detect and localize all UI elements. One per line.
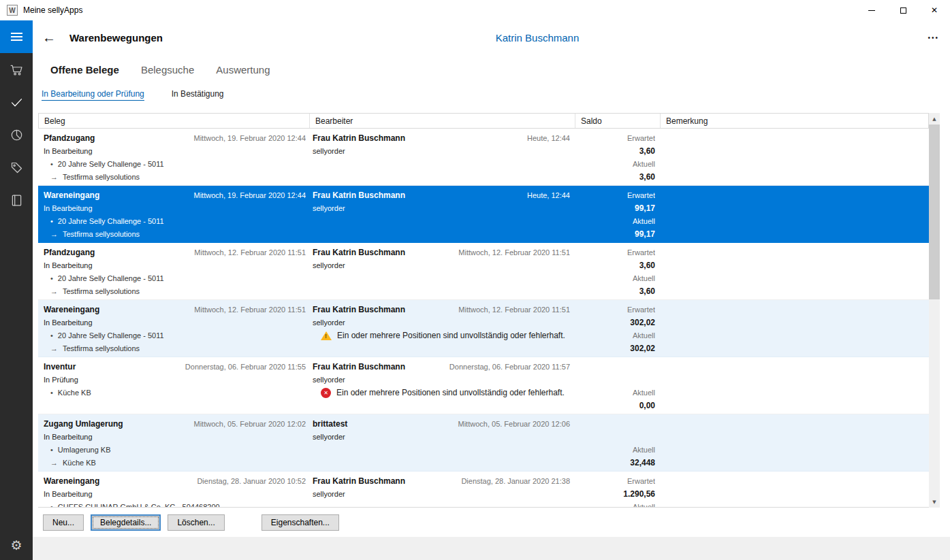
- editor-date: Heute, 12:44: [527, 189, 570, 202]
- editor-system: sellyorder: [313, 316, 570, 329]
- doc-status: In Bearbeitung: [44, 145, 306, 158]
- menu-button[interactable]: [0, 20, 33, 53]
- remark-cell: [661, 300, 929, 357]
- more-options-button[interactable]: •••: [928, 34, 939, 42]
- remark-cell: [661, 129, 929, 185]
- doc-date: Dienstag, 28. Januar 2020 10:52: [197, 475, 306, 488]
- saldo-cell: Erwartet 1.290,56 Aktuell: [575, 472, 661, 507]
- settings-button[interactable]: ⚙: [0, 530, 33, 560]
- back-button[interactable]: ←: [42, 31, 56, 44]
- editor-date: Mittwoch, 12. Februar 2020 11:51: [458, 246, 570, 259]
- eigenschaften-button[interactable]: Eigenschaften...: [262, 514, 339, 531]
- vertical-scrollbar[interactable]: ▲ ▼: [929, 113, 940, 508]
- cart-icon: [10, 63, 24, 77]
- bullet-icon: •: [50, 158, 53, 171]
- saldo-aktuell-label: Aktuell: [575, 501, 655, 507]
- doc-item: 20 Jahre Selly Challenge - 5011: [58, 158, 164, 171]
- maximize-button[interactable]: [887, 0, 919, 20]
- editor-name: Frau Katrin Buschmann: [313, 132, 405, 145]
- filter-bar: In Bearbeitung oder Prüfung In Bestätigu…: [33, 85, 950, 109]
- tab-auswertung[interactable]: Auswertung: [216, 64, 270, 76]
- saldo-aktuell-value: 32,448: [575, 457, 655, 470]
- remark-cell: [661, 186, 929, 242]
- remark-cell: [661, 414, 929, 471]
- tab-belegsuche[interactable]: Belegsuche: [141, 64, 194, 76]
- doc-status: In Bearbeitung: [44, 488, 306, 501]
- table-row[interactable]: Zugang Umlagerung Mittwoch, 05. Februar …: [38, 414, 929, 472]
- close-button[interactable]: ✕: [919, 0, 950, 20]
- saldo-erwartet-label: Erwartet: [575, 132, 655, 145]
- doc-status: In Bearbeitung: [44, 202, 306, 215]
- belegdetails-button[interactable]: Belegdetails...: [91, 514, 161, 531]
- close-icon: ✕: [931, 6, 938, 14]
- filter-in-bestaetigung[interactable]: In Bestätigung: [172, 89, 224, 100]
- doc-target: Testfirma sellysolutions: [63, 285, 140, 298]
- doc-date: Mittwoch, 05. Februar 2020 12:02: [194, 418, 306, 431]
- filter-in-bearbeitung[interactable]: In Bearbeitung oder Prüfung: [42, 89, 144, 101]
- doc-target: Testfirma sellysolutions: [63, 342, 140, 355]
- table-row[interactable]: Pfandzugang Mittwoch, 19. Februar 2020 1…: [38, 129, 929, 186]
- pie-chart-icon: [10, 128, 24, 142]
- bullet-icon: •: [50, 272, 53, 285]
- doc-item: 20 Jahre Selly Challenge - 5011: [58, 215, 164, 228]
- minimize-button[interactable]: [856, 0, 887, 20]
- doc-type: Wareneingang: [44, 303, 99, 316]
- action-button-bar: Neu... Belegdetails... Löschen... Eigens…: [33, 508, 950, 537]
- scrollbar-track[interactable]: [929, 125, 940, 496]
- sidebar-item-tags[interactable]: [0, 151, 33, 184]
- table-row[interactable]: Pfandzugang Mittwoch, 12. Februar 2020 1…: [38, 243, 929, 300]
- saldo-aktuell-label: Aktuell: [575, 329, 655, 342]
- table-row[interactable]: Wareneingang Dienstag, 28. Januar 2020 1…: [38, 472, 929, 507]
- loeschen-button[interactable]: Löschen...: [168, 514, 224, 531]
- saldo-cell: Aktuell 0,00: [575, 357, 661, 414]
- beleg-cell: Wareneingang Mittwoch, 12. Februar 2020 …: [38, 300, 310, 357]
- doc-type: Wareneingang: [44, 475, 99, 488]
- hamburger-icon: [11, 33, 22, 34]
- saldo-erwartet-value: 1.290,56: [575, 488, 655, 501]
- tag-icon: [10, 161, 24, 175]
- bearbeiter-cell: Frau Katrin Buschmann Heute, 12:44 selly…: [310, 129, 575, 185]
- scroll-up-button[interactable]: ▲: [929, 113, 940, 125]
- doc-type: Pfandzugang: [44, 132, 95, 145]
- sidebar-item-tasks[interactable]: [0, 86, 33, 118]
- saldo-erwartet-value: 99,17: [575, 202, 655, 215]
- saldo-aktuell-value: 99,17: [575, 228, 655, 241]
- editor-date: Donnerstag, 06. Februar 2020 11:57: [449, 361, 570, 374]
- table-header: Beleg Bearbeiter Saldo Bemerkung: [38, 113, 929, 129]
- bearbeiter-cell: brittatest Mittwoch, 05. Februar 2020 12…: [310, 414, 575, 471]
- app-header: ← Warenbewegungen Katrin Buschmann •••: [33, 20, 950, 54]
- doc-status: In Bearbeitung: [44, 431, 306, 444]
- sidebar-item-cart[interactable]: [0, 53, 33, 86]
- doc-status: In Bearbeitung: [44, 259, 306, 272]
- column-header-bearbeiter[interactable]: Bearbeiter: [310, 114, 575, 128]
- sidebar-item-statistics[interactable]: [0, 118, 33, 151]
- doc-target: Testfirma sellysolutions: [63, 171, 140, 184]
- target-arrow-icon: →: [50, 171, 58, 184]
- scroll-down-button[interactable]: ▼: [929, 496, 940, 508]
- bullet-icon: •: [50, 329, 53, 342]
- sidebar-item-journal[interactable]: [0, 184, 33, 216]
- bullet-icon: •: [50, 386, 53, 399]
- sidebar: ⚙: [0, 20, 33, 560]
- scrollbar-thumb[interactable]: [929, 125, 940, 299]
- bearbeiter-cell: Frau Katrin Buschmann Donnerstag, 06. Fe…: [310, 357, 575, 414]
- tab-offene-belege[interactable]: Offene Belege: [50, 64, 119, 76]
- bullet-icon: •: [50, 444, 53, 457]
- bearbeiter-cell: Frau Katrin Buschmann Heute, 12:44 selly…: [310, 186, 575, 242]
- editor-system: sellyorder: [313, 202, 570, 215]
- saldo-erwartet-value: [575, 374, 655, 386]
- saldo-erwartet-value: 3,60: [575, 259, 655, 272]
- column-header-beleg[interactable]: Beleg: [39, 114, 310, 128]
- saldo-aktuell-label: Aktuell: [575, 444, 655, 457]
- column-header-bemerkung[interactable]: Bemerkung: [661, 114, 928, 128]
- table-row[interactable]: Wareneingang Mittwoch, 12. Februar 2020 …: [38, 300, 929, 357]
- editor-system: sellyorder: [313, 374, 570, 386]
- saldo-cell: Erwartet 302,02 Aktuell 302,02: [575, 300, 661, 357]
- footer-strip: [33, 537, 950, 560]
- saldo-erwartet-label: Erwartet: [575, 246, 655, 259]
- table-row[interactable]: Wareneingang Mittwoch, 19. Februar 2020 …: [38, 186, 929, 243]
- neu-button[interactable]: Neu...: [43, 514, 84, 531]
- window-title: Meine sellyApps: [23, 5, 82, 15]
- column-header-saldo[interactable]: Saldo: [575, 114, 661, 128]
- table-row[interactable]: Inventur Donnerstag, 06. Februar 2020 11…: [38, 357, 929, 414]
